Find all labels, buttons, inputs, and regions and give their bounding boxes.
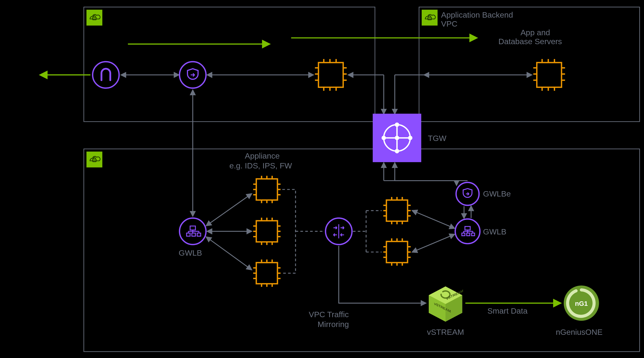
gwlbe-right-label: GWLBe — [483, 189, 511, 198]
svg-rect-0 — [0, 0, 644, 358]
app-db-label-line2: Database Servers — [498, 37, 562, 46]
ngenius-label: nGeniusONE — [556, 328, 602, 337]
mirror-label-line1: VPC Traffic — [309, 310, 349, 319]
mirror-label-line2: Mirroring — [318, 320, 349, 329]
smartdata-label: Smart Data — [488, 307, 528, 315]
appliance-label-line2: e.g. IDS, IPS, FW — [229, 161, 292, 170]
backend-vpc-title-line2: VPC — [441, 19, 457, 28]
gwlb-left-label: GWLB — [179, 248, 202, 257]
vstream-label: vSTREAM — [427, 328, 464, 337]
tgw-label: TGW — [428, 134, 446, 143]
tgw-node — [373, 114, 421, 162]
appliance-label-line1: Appliance — [245, 152, 280, 160]
svg-text:nG1: nG1 — [575, 300, 588, 307]
backend-vpc-title-line1: Application Backend — [441, 10, 513, 19]
vpc-badge-backend — [422, 9, 438, 25]
vpc-badge-security — [86, 152, 102, 168]
vpc-badge-ingress — [86, 9, 102, 25]
ngenius-node: nG1 — [564, 286, 599, 321]
gwlb-right-label: GWLB — [483, 227, 506, 236]
app-db-label-line1: App and — [520, 28, 550, 37]
